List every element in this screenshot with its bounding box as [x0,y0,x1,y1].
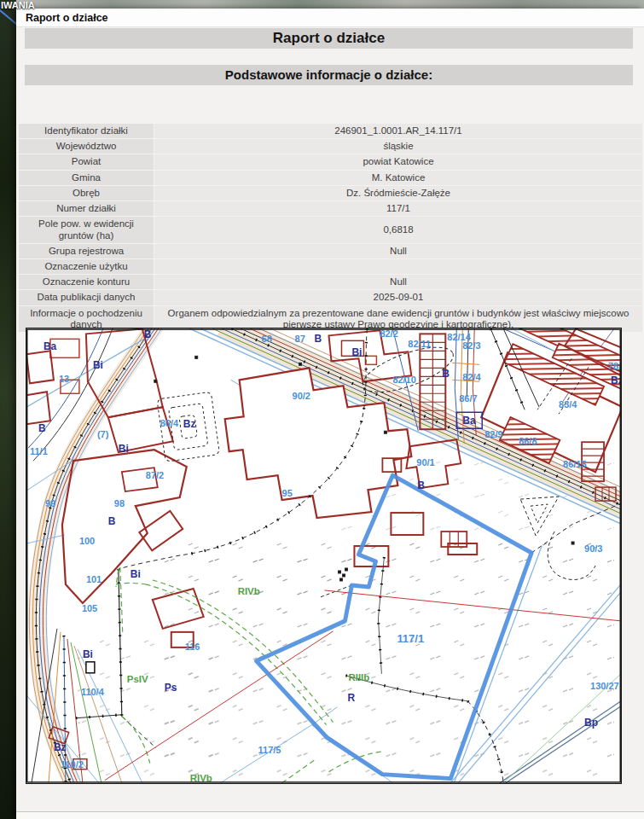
map-label-864: 86/4 [160,418,179,428]
map-label-116: 116 [185,642,200,652]
map-label-1104: 110/4 [81,687,105,697]
map-label-Ps: Ps [165,682,177,694]
info-label: Grupa rejestrowa [19,244,154,258]
map-label-101: 101 [86,574,102,584]
map-label-8615: 86/15 [563,459,586,469]
info-label: Numer działki [19,201,154,216]
info-value: 0,6818 [154,217,642,242]
map-label-823: 82/3 [462,340,480,351]
map-label-B: B [144,328,152,340]
map-label-B: B [38,422,46,434]
map-label-Ba: Ba [44,340,57,352]
map-label-868: 86/8 [519,436,537,446]
info-row: Identyfikator działki246901_1.0001.AR_14… [19,124,642,138]
background-search-text: IWANIA [1,0,35,10]
info-row: Powiatpowiat Katowice [19,154,642,169]
info-label: Identyfikator działki [19,124,154,138]
info-row: Oznaczenie użytku [19,259,642,274]
map-label-Ba: Ba [462,415,476,427]
info-row: GminaM. Katowice [19,171,642,185]
info-value: śląskie [154,139,642,154]
map-label-8211: 82/11 [408,339,431,349]
map-label-Bz: Bz [183,418,196,430]
map-label-99: 99 [45,498,55,508]
map-label-Bi: Bi [119,443,129,455]
info-value: powiat Katowice [154,154,642,169]
map-label-PsIV: PsIV [127,674,148,684]
background-map-strip [0,0,16,819]
info-value: 2025-09-01 [154,290,642,305]
map-label-B: B [315,333,322,345]
info-value: Dz. Śródmieście-Załęże [154,186,642,200]
map-label-13: 13 [59,374,69,384]
map-label-B: B [417,479,425,491]
map-label-Bp: Bp [584,717,598,729]
info-row: Pole pow. w ewidencji gruntów (ha)0,6818 [19,217,642,242]
map-label-68: 68 [262,334,272,344]
map-label-Bz: Bz [611,375,621,386]
map-label-902: 90/2 [293,391,310,401]
map-label-1175: 117/5 [258,745,281,755]
info-value: Null [154,244,642,258]
dialog-titlebar[interactable]: Raport o działce [16,9,644,27]
cadastral-map[interactable]: BaBBi136887BBi82/282/1182/1482/3B82/482/… [26,328,622,784]
map-label-B: B [442,368,450,380]
map-label-Bz: Bz [54,741,67,753]
info-row: Województwośląskie [19,139,642,154]
info-value: 246901_1.0001.AR_14.117/1 [154,124,642,138]
map-label-829: 82/9 [484,429,502,439]
map-label-824: 82/4 [462,372,481,382]
map-label-7844: 78/44 [608,361,621,371]
map-label-867: 86/7 [459,393,477,404]
map-label-822: 82/2 [380,328,397,339]
map-label-111: 11/1 [30,446,48,456]
background-line [0,8,16,32]
map-label-872: 87/2 [146,470,164,480]
map-label-B: B [108,515,116,527]
info-value [154,259,642,274]
info-label: Województwo [19,139,154,154]
info-label: Data publikacji danych [19,290,154,305]
map-label-901: 90/1 [416,457,434,468]
map-label-98: 98 [114,498,125,508]
info-row: Numer działki117/1 [19,201,642,216]
info-label: Obręb [19,186,154,200]
map-label-834: 83/4 [559,399,577,410]
info-label: Oznaczenie użytku [19,259,154,274]
dialog-title: Raport o działce [26,12,108,24]
info-row: Data publikacji danych2025-09-01 [19,290,642,305]
parcel-info-table: Identyfikator działki246901_1.0001.AR_14… [19,124,642,333]
background-top-strip [16,0,644,9]
info-row: Oznaczenie konturuNull [19,275,642,289]
map-label-8210: 82/10 [392,375,415,385]
info-label: Pole pow. w ewidencji gruntów (ha) [19,217,154,242]
map-label-Bi: Bi [351,346,362,358]
map-label-Bi: Bi [131,568,141,580]
map-label-Bi: Bi [83,648,93,660]
map-label-87: 87 [295,334,305,344]
info-label: Gmina [19,171,154,185]
map-label-1102: 110/2 [61,759,84,770]
map-label-RIIIb: RIIIb [348,672,369,682]
map-label-RIVb: RIVb [190,773,212,783]
parcel-report-dialog: Raport o działce Raport o działce Podsta… [16,9,644,819]
map-label-Bi: Bi [93,359,103,371]
map-label-1171: 117/1 [397,632,424,645]
building-symbol [86,662,95,673]
info-row: ObrębDz. Śródmieście-Załęże [19,186,642,200]
info-label: Powiat [19,154,154,169]
map-label-903: 90/3 [584,543,602,554]
info-row: Grupa rejestrowaNull [19,244,642,258]
dialog-footer-bar [16,811,644,819]
info-label: Oznaczenie konturu [19,275,154,289]
map-label-100: 100 [79,536,95,546]
report-title: Raport o działce [25,28,633,49]
map-label-105: 105 [82,603,97,613]
map-label-RIVb: RIVb [238,586,260,596]
map-label-7: (7) [97,429,109,439]
map-label-13027: 130/27 [590,681,619,691]
section-title: Podstawowe informacje o działce: [25,65,633,85]
map-label-95: 95 [282,488,293,498]
info-value: 117/1 [154,201,642,216]
info-value: M. Katowice [154,171,642,185]
